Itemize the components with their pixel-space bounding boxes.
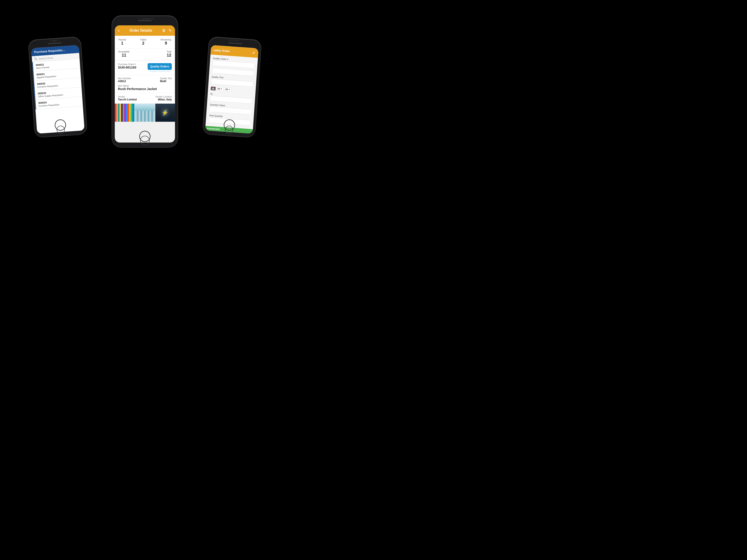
po-label: Purchase Order # [118,63,136,65]
item-number-label: Item Number [118,77,131,80]
quality-order-field-2 [212,68,254,76]
order-details-title: Order Details [129,28,152,33]
chevron-down-icon-2: ▼ [228,88,230,91]
vendor-location-value: Milan, Italy [155,98,172,101]
qo-form: Quality Order # Quality Test 📅 0 [205,55,258,130]
po-section: Purchase Order # SUN-001100 Quality Orde… [115,61,175,75]
pr-header-title: Purchase Requisitio… [34,48,66,54]
item-details-section: Item Number A0612 Quality Test Multi Ite… [115,75,175,93]
failed-value: 2 [140,41,146,46]
quality-test-field: Quality Test [211,76,254,87]
passed-label: Passed [119,38,126,41]
welder-image [155,104,175,122]
total-label: Total [166,50,171,53]
remaining-stat: Remaining 9 [160,38,171,46]
vendor-value: Tacchi Limited [118,98,137,101]
quality-orders-subtitle: Complete remaining tests [148,70,172,72]
trash-icon[interactable]: 🗑 [162,28,166,33]
stats-row-1: Passed 1 Failed 2 Remaining 9 [115,36,175,49]
quality-orders-button[interactable]: Quality Orders [148,63,172,70]
passed-value: 1 [119,41,126,46]
bottles-image [135,104,155,122]
po-block: Purchase Order # SUN-001100 [118,63,136,69]
item-number-block: Item Number A0612 [118,77,131,83]
item-name-label: Item Name [118,85,172,87]
total-stat: Total 12 [166,50,171,58]
item-name-block: Item Name Rush Performance Jacket [118,85,172,91]
quantity-failed-field: Quantity Failed [209,103,252,115]
calendar-icon[interactable]: 📅 [211,86,216,90]
quantity-field: ity [210,92,252,104]
acceptable-label: Acceptable [119,50,129,53]
back-button[interactable]: ‹ [118,28,120,33]
quality-order-input-2[interactable] [212,68,254,76]
total-value: 12 [166,53,171,58]
od-header: ‹ Order Details 🗑 ✎ [115,25,175,36]
time-row: 📅 00 ▼ 00 ▼ [211,86,253,93]
failed-stat: Failed 2 [140,38,146,46]
right-phone: uality Order ✓ Quality Order # Quality T… [203,37,261,138]
fabric-image [115,104,134,122]
hour-value: 00 [217,87,220,90]
item-number-value: A0612 [118,80,131,83]
quality-order-field: Quality Order # [212,57,255,69]
acceptable-stat: Acceptable 11 [119,50,129,58]
passed-stat: Passed 1 [119,38,126,46]
remaining-label: Remaining [160,38,171,41]
search-icon: 🔍 [34,57,37,60]
chevron-down-icon: ▼ [221,88,223,90]
quality-orders-block: Quality Orders Complete remaining tests [148,63,172,72]
vendor-location-block: Vendor Location Milan, Italy [155,96,172,101]
vendor-label: Vendor [118,96,137,98]
hour-select[interactable]: 00 ▼ [216,87,224,91]
failed-label: Failed [140,38,146,41]
pr-list: 000021 Sara Thomas 000031 Apparel Requis… [32,59,83,109]
left-phone: Purchase Requisitio… 🔍 Search items 0000… [28,37,87,138]
item-name-value: Rush Performance Jacket [118,87,172,91]
quality-test-block: Quality Test Multi [160,77,172,83]
edit-icon[interactable]: ✎ [169,28,172,33]
quality-test-label: Quality Test [160,77,172,80]
check-icon[interactable]: ✓ [252,50,256,55]
vendor-section: Vendor Tacchi Limited Vendor Location Mi… [115,93,175,104]
vendor-location-label: Vendor Location [155,96,172,98]
center-phone: ‹ Order Details 🗑 ✎ Passed 1 Failed [112,16,178,147]
acceptable-value: 11 [119,53,129,58]
search-placeholder: Search items [39,56,53,60]
minute-select[interactable]: 00 ▼ [224,87,232,91]
product-images [115,104,175,122]
quality-test-value: Multi [160,80,172,83]
vendor-block: Vendor Tacchi Limited [118,96,137,101]
po-value: SUN-001100 [118,65,136,69]
remaining-value: 9 [160,41,171,46]
minute-value: 00 [226,88,228,91]
stats-row-2: Acceptable 11 Total 12 [115,49,175,61]
total-quantity-field: Total Quantity [208,114,251,126]
qo-header-title: uality Order [213,48,230,53]
